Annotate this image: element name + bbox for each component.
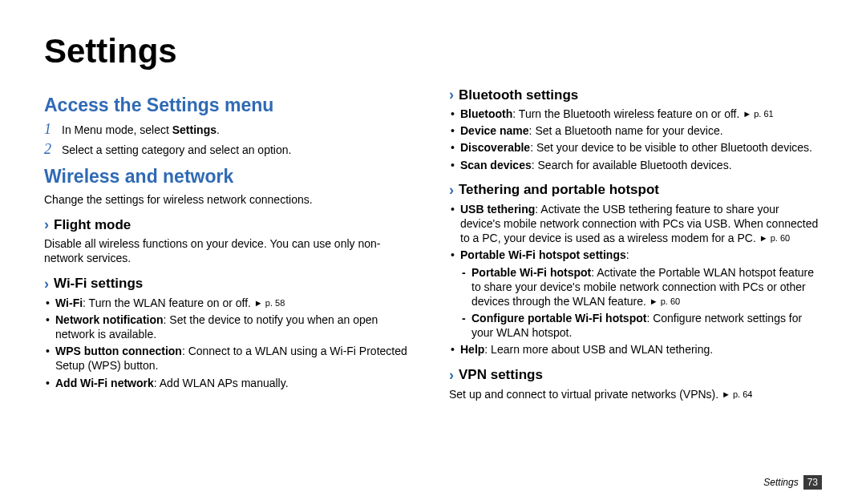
- text-bold: Network notification: [55, 313, 164, 326]
- vpn-body: Set up and connect to virtual private ne…: [449, 387, 822, 401]
- list-item: Configure portable Wi-Fi hotspot: Config…: [460, 311, 822, 340]
- text-run: : Turn the WLAN feature on or off.: [83, 296, 254, 309]
- list-item: Network notification: Set the device to …: [44, 312, 417, 341]
- bluetooth-bullets: Bluetooth: Turn the Bluetooth wireless f…: [449, 107, 822, 172]
- section-wireless-heading: Wireless and network: [44, 166, 417, 187]
- subhead-label: Tethering and portable hotspot: [459, 182, 659, 198]
- chevron-right-icon: ›: [449, 87, 454, 103]
- content-columns: Access the Settings menu 1 In Menu mode,…: [44, 87, 822, 405]
- left-column: Access the Settings menu 1 In Menu mode,…: [44, 87, 417, 405]
- page-ref: ► p. 60: [759, 233, 790, 243]
- text-run: In Menu mode, select: [62, 123, 172, 136]
- subhead-label: Wi-Fi settings: [54, 276, 143, 292]
- step-text: Select a setting category and select an …: [62, 143, 291, 156]
- page-ref: ► p. 61: [743, 109, 773, 119]
- list-item: Wi-Fi: Turn the WLAN feature on or off. …: [44, 296, 417, 310]
- list-item: Portable Wi-Fi hotspot settings: Portabl…: [449, 248, 822, 340]
- chevron-right-icon: ›: [44, 276, 49, 292]
- text-run: : Learn more about USB and WLAN tetherin…: [484, 343, 713, 356]
- section-access-heading: Access the Settings menu: [44, 95, 417, 116]
- text-bold: Help: [460, 343, 484, 356]
- page-ref: ► p. 64: [722, 389, 752, 399]
- list-item: Device name: Set a Bluetooth name for yo…: [449, 123, 822, 138]
- list-item: Portable Wi-Fi hotspot: Activate the Por…: [460, 265, 822, 309]
- subhead-label: Bluetooth settings: [459, 87, 578, 103]
- text-run: .: [216, 123, 220, 136]
- flight-mode-body: Disable all wireless functions on your d…: [44, 236, 417, 265]
- subhead-label: Flight mode: [54, 217, 131, 233]
- subhead-flight-mode: › Flight mode: [44, 216, 417, 233]
- chevron-right-icon: ›: [449, 182, 454, 199]
- text-bold: Portable Wi-Fi hotspot: [471, 266, 591, 279]
- wireless-intro: Change the settings for wireless network…: [44, 192, 417, 207]
- text-run: : Set your device to be visible to other…: [530, 141, 812, 154]
- page-ref: ► p. 58: [254, 298, 285, 308]
- subhead-tethering: › Tethering and portable hotspot: [449, 182, 822, 199]
- footer-page-number: 73: [803, 475, 822, 490]
- text-run: : Add WLAN APs manually.: [154, 377, 289, 389]
- list-item: USB tethering: Activate the USB tetherin…: [449, 202, 822, 246]
- text-bold: Add Wi-Fi network: [55, 377, 154, 389]
- text-bold: Wi-Fi: [55, 296, 83, 309]
- list-item: 1 In Menu mode, select Settings.: [44, 121, 417, 138]
- wifi-bullets: Wi-Fi: Turn the WLAN feature on or off. …: [44, 296, 417, 390]
- list-item: 2 Select a setting category and select a…: [44, 141, 417, 158]
- page-footer: Settings 73: [763, 475, 822, 490]
- chevron-right-icon: ›: [44, 216, 49, 233]
- list-item: Bluetooth: Turn the Bluetooth wireless f…: [449, 107, 822, 121]
- page-title: Settings: [44, 32, 822, 71]
- page-ref: ► p. 60: [650, 296, 680, 306]
- text-run: : Search for available Bluetooth devices…: [532, 159, 732, 171]
- tether-bullets: USB tethering: Activate the USB tetherin…: [449, 202, 822, 357]
- text-bold: Discoverable: [460, 141, 530, 154]
- subhead-bluetooth: › Bluetooth settings: [449, 87, 822, 103]
- list-item: Add Wi-Fi network: Add WLAN APs manually…: [44, 376, 417, 390]
- list-item: Scan devices: Search for available Bluet…: [449, 158, 822, 172]
- text-run: : Turn the Bluetooth wireless feature on…: [512, 107, 743, 120]
- text-bold: USB tethering: [460, 203, 535, 216]
- right-column: › Bluetooth settings Bluetooth: Turn the…: [449, 87, 822, 405]
- step-text: In Menu mode, select Settings.: [62, 123, 220, 136]
- subhead-vpn: › VPN settings: [449, 367, 822, 384]
- text-bold: Bluetooth: [460, 107, 512, 120]
- text-bold: WPS button connection: [55, 345, 182, 357]
- portable-sub-bullets: Portable Wi-Fi hotspot: Activate the Por…: [460, 265, 822, 341]
- list-item: Help: Learn more about USB and WLAN teth…: [449, 342, 822, 357]
- access-steps: 1 In Menu mode, select Settings. 2 Selec…: [44, 121, 417, 158]
- text-bold: Device name: [460, 124, 529, 137]
- footer-label: Settings: [763, 477, 798, 488]
- step-number: 1: [44, 121, 62, 138]
- text-run: : Set a Bluetooth name for your device.: [529, 124, 723, 137]
- text-bold: Portable Wi-Fi hotspot settings: [460, 248, 626, 261]
- text-run: Set up and connect to virtual private ne…: [449, 388, 722, 401]
- list-item: Discoverable: Set your device to be visi…: [449, 140, 822, 155]
- subhead-wifi-settings: › Wi-Fi settings: [44, 276, 417, 292]
- chevron-right-icon: ›: [449, 367, 454, 384]
- list-item: WPS button connection: Connect to a WLAN…: [44, 344, 417, 373]
- text-bold: Configure portable Wi-Fi hotspot: [471, 312, 646, 325]
- subhead-label: VPN settings: [459, 367, 543, 383]
- text-bold: Settings: [172, 123, 216, 136]
- step-number: 2: [44, 141, 62, 158]
- text-bold: Scan devices: [460, 159, 532, 171]
